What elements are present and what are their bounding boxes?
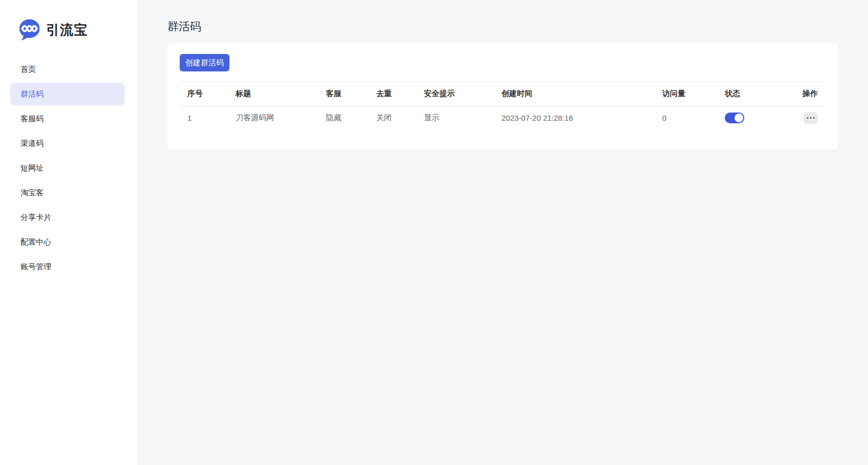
sidebar-item-config-center[interactable]: 配置中心: [10, 231, 125, 253]
header-service: 客服: [318, 82, 369, 106]
cell-visits: 0: [654, 106, 717, 129]
header-actions: 操作: [780, 82, 825, 106]
create-group-code-button[interactable]: 创建群活码: [180, 54, 229, 71]
cell-service: 隐藏: [318, 106, 369, 129]
chat-bubble-weave-icon: [18, 18, 41, 41]
sidebar: 引流宝 首页 群活码 客服码 渠道码 短网址 淘宝客 分享卡片 配置中心 账号管…: [0, 0, 138, 465]
main-content: 群活码 创建群活码 序号 标题 客服 去重 安全提示 创建时间: [138, 0, 868, 465]
header-visits: 访问量: [654, 82, 717, 106]
sidebar-item-home[interactable]: 首页: [10, 58, 125, 81]
sidebar-item-account-management[interactable]: 账号管理: [10, 255, 125, 278]
cell-created-at: 2023-07-20 21:28:16: [494, 106, 654, 129]
cell-actions: [780, 106, 825, 129]
brand-logo: 引流宝: [0, 0, 138, 41]
cell-dedupe: 关闭: [369, 106, 416, 129]
page-title: 群活码: [167, 20, 868, 34]
brand-name: 引流宝: [46, 21, 88, 39]
sidebar-item-group-live-code[interactable]: 群活码: [10, 83, 125, 105]
sidebar-item-service-code[interactable]: 客服码: [10, 107, 125, 130]
header-index: 序号: [180, 82, 228, 106]
sidebar-item-channel-code[interactable]: 渠道码: [10, 132, 125, 155]
group-code-table: 序号 标题 客服 去重 安全提示 创建时间 访问量 状态 操作 1 刀客源码网: [180, 81, 825, 129]
table-header: 序号 标题 客服 去重 安全提示 创建时间 访问量 状态 操作: [180, 82, 825, 106]
cell-security-tip: 显示: [416, 106, 494, 129]
row-more-actions-button[interactable]: [803, 112, 818, 124]
content-card: 创建群活码 序号 标题 客服 去重 安全提示 创建时间 访问量: [167, 43, 838, 150]
header-dedupe: 去重: [369, 82, 416, 106]
cell-index: 1: [180, 106, 228, 129]
header-title: 标题: [228, 82, 318, 106]
cell-title: 刀客源码网: [228, 106, 318, 129]
table-header-row: 序号 标题 客服 去重 安全提示 创建时间 访问量 状态 操作: [180, 82, 825, 106]
table-row: 1 刀客源码网 隐藏 关闭 显示 2023-07-20 21:28:16 0: [180, 106, 825, 129]
sidebar-item-taobaoke[interactable]: 淘宝客: [10, 181, 125, 204]
cell-status: [717, 106, 780, 129]
sidebar-menu: 首页 群活码 客服码 渠道码 短网址 淘宝客 分享卡片 配置中心 账号管理: [0, 58, 138, 278]
header-status: 状态: [717, 82, 780, 106]
sidebar-item-short-url[interactable]: 短网址: [10, 157, 125, 179]
header-security-tip: 安全提示: [416, 82, 494, 106]
status-toggle[interactable]: [725, 113, 744, 123]
app-window: 引流宝 首页 群活码 客服码 渠道码 短网址 淘宝客 分享卡片 配置中心 账号管…: [0, 0, 868, 465]
sidebar-item-share-card[interactable]: 分享卡片: [10, 206, 125, 229]
header-created-at: 创建时间: [494, 82, 654, 106]
ellipsis-icon: [807, 117, 815, 119]
toggle-knob: [735, 114, 743, 122]
